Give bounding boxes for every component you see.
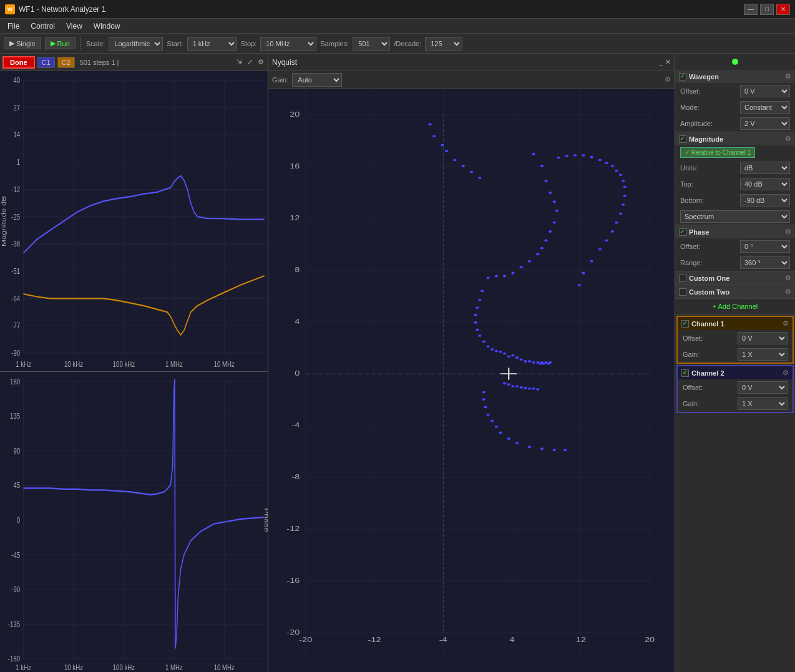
magnitude-gear-icon[interactable]: ⚙: [785, 135, 791, 143]
cursor-icon[interactable]: ⇲: [237, 58, 242, 66]
gain-select[interactable]: Auto: [292, 73, 342, 87]
menu-control[interactable]: Control: [26, 21, 60, 32]
channel2-gear-icon[interactable]: ⚙: [783, 369, 789, 377]
channel1-header[interactable]: Channel 1 ⚙: [678, 317, 793, 330]
svg-text:14: 14: [13, 130, 20, 139]
phase-header[interactable]: Phase ⚙: [675, 225, 795, 238]
channel1-checkbox[interactable]: [681, 320, 689, 328]
single-button[interactable]: ▶ Single: [4, 37, 41, 49]
done-button[interactable]: Done: [2, 56, 35, 69]
channel2-header[interactable]: Channel 2 ⚙: [678, 366, 793, 379]
app-icon: W: [5, 4, 15, 14]
wavegen-checkbox[interactable]: [679, 73, 686, 80]
menu-view[interactable]: View: [61, 21, 87, 32]
stop-select[interactable]: 10 MHz: [260, 37, 316, 51]
magnitude-units-select[interactable]: dB: [740, 162, 790, 174]
svg-point-112: [520, 266, 523, 268]
nyquist-plot: -20 -12 -4 4 12 20 20 16 12 8 4 0 -4 -8 …: [268, 89, 675, 672]
svg-text:-64: -64: [11, 294, 20, 303]
magnitude-spectrum-select[interactable]: Spectrum: [680, 210, 790, 223]
custom-one-checkbox[interactable]: [679, 275, 686, 282]
close-button[interactable]: ✕: [776, 4, 790, 15]
phase-checkbox[interactable]: [679, 228, 686, 236]
start-select[interactable]: 1 kHz: [187, 37, 237, 51]
ch1-button[interactable]: C1: [37, 57, 55, 68]
decade-select[interactable]: 125: [425, 37, 462, 51]
run-icon: ▶: [51, 39, 56, 47]
wavegen-amplitude-select[interactable]: 2 V: [740, 117, 790, 130]
nyquist-settings-icon[interactable]: ⚙: [665, 75, 671, 84]
svg-point-100: [532, 153, 535, 155]
magnitude-header[interactable]: Magnitude ⚙: [675, 132, 795, 145]
svg-point-142: [511, 385, 514, 387]
wavegen-amplitude-row: Amplitude: 2 V: [675, 115, 795, 132]
svg-point-146: [528, 387, 531, 390]
phase-range-select[interactable]: 360 °: [740, 256, 790, 269]
magnitude-top-select[interactable]: 40 dB: [740, 178, 790, 190]
channel1-section: Channel 1 ⚙ Offset: 0 V Gain: 1 X: [676, 316, 794, 364]
nyquist-close[interactable]: ✕: [665, 58, 671, 66]
svg-point-103: [549, 192, 552, 194]
svg-point-131: [528, 360, 531, 363]
channel1-offset-select[interactable]: 0 V: [738, 332, 788, 344]
right-panel-scroll[interactable]: Wavegen ⚙ Offset: 0 V Mode:: [675, 54, 795, 672]
nyquist-minimize[interactable]: _: [659, 58, 663, 66]
svg-point-154: [476, 328, 479, 331]
svg-text:135: 135: [10, 411, 20, 420]
magnitude-bottom-select[interactable]: -90 dB: [740, 194, 790, 207]
custom-one-gear-icon[interactable]: ⚙: [785, 274, 791, 282]
wavegen-gear-icon[interactable]: ⚙: [785, 72, 791, 80]
svg-point-172: [553, 449, 556, 451]
samples-select[interactable]: 501: [353, 37, 390, 51]
custom-two-checkbox[interactable]: [679, 288, 686, 296]
relative-channel-button[interactable]: ✓ Relative to Channel 1: [680, 147, 755, 158]
svg-text:-12: -12: [286, 525, 300, 532]
svg-point-147: [532, 387, 535, 390]
svg-point-191: [590, 156, 593, 158]
run-button[interactable]: ▶ Run: [45, 37, 76, 49]
zoom-icon[interactable]: ⤢: [247, 58, 253, 66]
custom-two-title: Custom Two: [689, 288, 729, 296]
svg-text:10 kHz: 10 kHz: [64, 662, 83, 671]
nyquist-header: Nyquist _ ✕: [268, 54, 675, 71]
svg-text:27: 27: [13, 103, 20, 112]
svg-text:100 kHz: 100 kHz: [113, 662, 135, 671]
custom-two-header[interactable]: Custom Two ⚙: [675, 285, 795, 298]
channel2-offset-select[interactable]: 0 V: [738, 381, 788, 394]
phase-gear-icon[interactable]: ⚙: [785, 228, 791, 236]
channel1-gear-icon[interactable]: ⚙: [783, 319, 789, 328]
phase-range-row: Range: 360 °: [675, 255, 795, 271]
add-channel-button[interactable]: + Add Channel: [678, 300, 793, 313]
channel1-gain-select[interactable]: 1 X: [738, 348, 788, 361]
minimize-button[interactable]: —: [744, 4, 758, 15]
svg-point-162: [482, 398, 485, 401]
toolbar-divider-1: [80, 37, 81, 50]
svg-point-151: [476, 306, 479, 309]
left-panel: Done C1 C2 501 steps 1 | ⇲ ⤢ ⚙: [0, 54, 268, 672]
wavegen-mode-select[interactable]: Constant: [740, 101, 790, 114]
magnitude-checkbox[interactable]: [679, 135, 686, 143]
svg-point-126: [507, 355, 510, 358]
maximize-button[interactable]: □: [760, 4, 774, 15]
scale-select[interactable]: Logarithmic: [109, 37, 163, 51]
svg-text:12: 12: [290, 214, 300, 222]
custom-two-gear-icon[interactable]: ⚙: [785, 288, 791, 296]
svg-point-132: [532, 361, 535, 364]
ch2-button[interactable]: C2: [57, 57, 75, 68]
phase-offset-select[interactable]: 0 °: [740, 240, 790, 253]
svg-point-181: [619, 212, 622, 215]
svg-point-140: [503, 382, 506, 384]
channel2-checkbox[interactable]: [681, 369, 689, 377]
wavegen-header[interactable]: Wavegen ⚙: [675, 70, 795, 83]
menu-window[interactable]: Window: [89, 21, 125, 32]
svg-text:-45: -45: [11, 550, 20, 559]
phase-range-label: Range:: [680, 259, 702, 266]
channel2-gain-select[interactable]: 1 X: [738, 397, 788, 410]
settings-icon[interactable]: ⚙: [258, 58, 264, 66]
wavegen-offset-select[interactable]: 0 V: [740, 85, 790, 97]
menu-file[interactable]: File: [2, 21, 24, 32]
nyquist-panel: Nyquist _ ✕ Gain: Auto ⚙: [268, 54, 675, 672]
svg-text:-135: -135: [8, 619, 21, 628]
custom-one-header[interactable]: Custom One ⚙: [675, 271, 795, 285]
plot-toolbar: Done C1 C2 501 steps 1 | ⇲ ⤢ ⚙: [0, 54, 268, 71]
